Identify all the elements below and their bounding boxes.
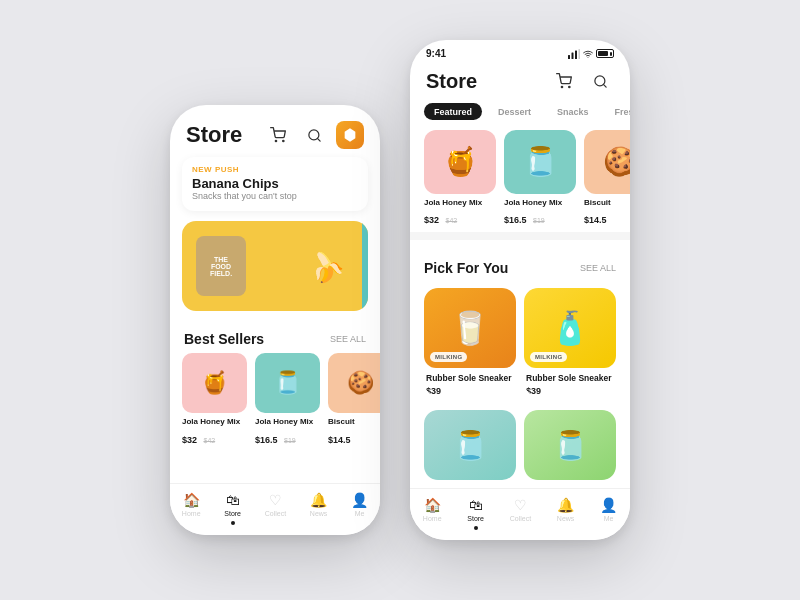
search-button[interactable]	[300, 121, 328, 149]
right-nav-news[interactable]: 🔔 News	[557, 497, 575, 530]
right-bottom-nav: 🏠 Home 🛍 Store ♡ Collect 🔔 News 👤	[410, 488, 630, 540]
home-icon: 🏠	[183, 492, 200, 508]
push-title: Banana Chips	[192, 176, 358, 191]
featured-image: 🫙	[504, 130, 576, 194]
tab-dessert[interactable]: Dessert	[488, 103, 541, 120]
right-store-title: Store	[426, 70, 477, 93]
svg-point-7	[561, 86, 562, 87]
status-time: 9:41	[426, 48, 446, 59]
section-divider	[410, 232, 630, 239]
nav-store-label: Store	[467, 515, 484, 522]
featured-row: 🍯 Jola Honey Mix $32 $42 🫙 Jola Honey Mi…	[410, 130, 630, 233]
product-image: 🫙	[255, 353, 320, 413]
nav-news[interactable]: 🔔 News	[310, 492, 328, 525]
me-icon: 👤	[351, 492, 368, 508]
active-dot	[474, 526, 478, 530]
product-card[interactable]: 🍪 Biscuit $14.5	[328, 353, 380, 447]
pick-for-you-section: Pick For You SEE ALL 🥛 MILKING Rubber So…	[410, 240, 630, 488]
featured-price-row: $16.5 $19	[504, 209, 576, 227]
signal-icon	[568, 49, 580, 59]
right-nav-store[interactable]: 🛍 Store	[467, 497, 484, 530]
featured-old-price: $42	[445, 217, 457, 224]
news-icon: 🔔	[310, 492, 327, 508]
nav-home[interactable]: 🏠 Home	[182, 492, 201, 525]
pick-for-you-see-all[interactable]: SEE ALL	[580, 263, 616, 273]
right-cart-button[interactable]	[550, 67, 578, 95]
pick-badge: MILKING	[430, 352, 467, 362]
pick-price: $39	[524, 384, 616, 396]
bottom-nav: 🏠 Home 🛍 Store ♡ Collect 🔔 News 👤	[170, 483, 380, 535]
product-price: $14.5	[328, 435, 351, 445]
svg-rect-6	[579, 49, 581, 59]
product-price: $16.5	[255, 435, 278, 445]
best-sellers-title: Best Sellers	[184, 331, 264, 347]
featured-price: $16.5	[504, 215, 527, 225]
nav-news-label: News	[557, 515, 575, 522]
pick-image: 🧴 MILKING	[524, 288, 616, 368]
product-image: 🍪	[328, 353, 380, 413]
svg-point-1	[283, 140, 284, 141]
jar-card[interactable]: 🫙	[424, 410, 516, 480]
collect-icon: ♡	[269, 492, 282, 508]
featured-card[interactable]: 🍯 Jola Honey Mix $32 $42	[424, 130, 496, 221]
nav-collect[interactable]: ♡ Collect	[265, 492, 286, 525]
featured-name: Jola Honey Mix	[424, 198, 496, 207]
featured-name: Jola Honey Mix	[504, 198, 576, 207]
product-old-price: $19	[284, 437, 296, 444]
nav-home-label: Home	[423, 515, 442, 522]
nav-store[interactable]: 🛍 Store	[224, 492, 241, 525]
svg-rect-3	[568, 55, 570, 59]
nav-collect-label: Collect	[510, 515, 531, 522]
jar-card[interactable]: 🫙	[524, 410, 616, 480]
battery-icon	[596, 49, 614, 58]
category-tabs: Featured Dessert Snacks Fresh&Ca	[410, 103, 630, 130]
featured-price-row: $14.5	[584, 209, 630, 227]
collect-icon: ♡	[514, 497, 527, 513]
featured-old-price: $19	[533, 217, 545, 224]
cart-button[interactable]	[264, 121, 292, 149]
pick-card[interactable]: 🧴 MILKING Rubber Sole Sneaker $39	[524, 288, 616, 396]
tab-featured[interactable]: Featured	[424, 103, 482, 120]
right-nav-home[interactable]: 🏠 Home	[423, 497, 442, 530]
right-nav-collect[interactable]: ♡ Collect	[510, 497, 531, 530]
product-image: 🍯	[182, 353, 247, 413]
featured-price: $14.5	[584, 215, 607, 225]
featured-card[interactable]: 🍪 Biscuit $14.5	[584, 130, 630, 221]
status-bar: 9:41	[410, 40, 630, 63]
hero-banana-image: 🍌	[299, 239, 354, 294]
tab-snacks[interactable]: Snacks	[547, 103, 599, 120]
pick-for-you-title: Pick For You	[424, 260, 508, 276]
nav-news-label: News	[310, 510, 328, 517]
pick-for-you-header: Pick For You SEE ALL	[410, 250, 630, 282]
right-nav-me[interactable]: 👤 Me	[600, 497, 617, 530]
status-icons	[568, 49, 614, 59]
featured-card[interactable]: 🫙 Jola Honey Mix $16.5 $19	[504, 130, 576, 221]
best-sellers-header: Best Sellers SEE ALL	[170, 321, 380, 353]
product-card[interactable]: 🫙 Jola Honey Mix $16.5 $19	[255, 353, 320, 447]
wifi-icon	[583, 49, 593, 59]
product-old-price: $42	[203, 437, 215, 444]
pick-badge: MILKING	[530, 352, 567, 362]
scene: Store NEW PUSH Banana Chips Sna	[0, 0, 800, 600]
left-store-title: Store	[186, 122, 242, 148]
phone-left: Store NEW PUSH Banana Chips Sna	[170, 105, 380, 535]
pick-image: 🥛 MILKING	[424, 288, 516, 368]
nav-home-label: Home	[182, 510, 201, 517]
svg-point-0	[275, 140, 276, 141]
push-banner: NEW PUSH Banana Chips Snacks that you ca…	[182, 157, 368, 211]
product-price-row: $32 $42	[182, 429, 247, 447]
right-header: Store	[410, 63, 630, 103]
product-price-row: $16.5 $19	[255, 429, 320, 447]
nav-collect-label: Collect	[265, 510, 286, 517]
nav-me[interactable]: 👤 Me	[351, 492, 368, 525]
best-sellers-see-all[interactable]: SEE ALL	[330, 334, 366, 344]
right-search-button[interactable]	[586, 67, 614, 95]
me-icon: 👤	[600, 497, 617, 513]
pick-card[interactable]: 🥛 MILKING Rubber Sole Sneaker $39	[424, 288, 516, 396]
featured-image: 🍯	[424, 130, 496, 194]
jar-image: 🫙	[524, 410, 616, 480]
tab-fresh[interactable]: Fresh&Ca	[605, 103, 630, 120]
svg-rect-4	[572, 52, 574, 59]
product-card[interactable]: 🍯 Jola Honey Mix $32 $42	[182, 353, 247, 447]
product-price: $32	[182, 435, 197, 445]
